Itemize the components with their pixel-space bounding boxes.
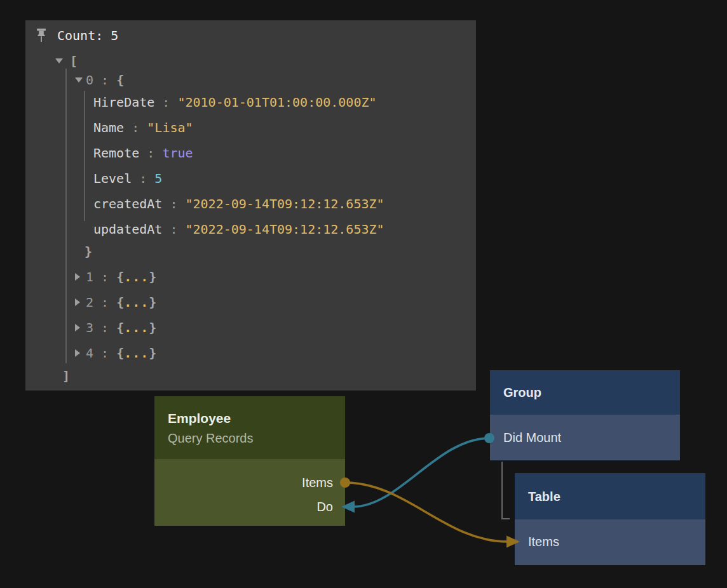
debug-inspector-panel: Count: 5 [ 0 : { HireDate : "2010-01-01T… bbox=[25, 20, 476, 391]
port-did-mount[interactable]: Did Mount bbox=[503, 431, 561, 445]
tree-row-field-name: Name : "Lisa" bbox=[93, 120, 193, 135]
tree-row-object-1[interactable]: 1 : {...} bbox=[75, 269, 156, 284]
indent-guide bbox=[65, 69, 67, 363]
pin-icon[interactable] bbox=[35, 28, 48, 44]
hierarchy-link-group-table bbox=[502, 462, 510, 519]
tree-row-object-0[interactable]: 0 : { bbox=[75, 72, 124, 88]
tree-row-field-level: Level : 5 bbox=[93, 171, 162, 186]
port-do-input[interactable]: Do bbox=[316, 500, 333, 514]
chevron-down-icon[interactable] bbox=[55, 58, 70, 63]
chevron-down-icon[interactable] bbox=[75, 77, 86, 83]
inspector-title: Count: 5 bbox=[57, 28, 118, 43]
port-items-input[interactable]: Items bbox=[528, 535, 559, 549]
chevron-right-icon[interactable] bbox=[75, 324, 86, 331]
chevron-right-icon[interactable] bbox=[75, 298, 86, 306]
port-items-output[interactable]: Items bbox=[302, 476, 333, 490]
tree-row-array-close: ] bbox=[62, 368, 70, 384]
tree-row-object-3[interactable]: 3 : {...} bbox=[75, 320, 156, 335]
node-header: Employee Query Records bbox=[154, 396, 345, 459]
tree-row-field-createdat: createdAt : "2022-09-14T09:12:12.653Z" bbox=[93, 196, 384, 211]
node-header: Table bbox=[515, 473, 705, 519]
tree-row-field-updatedat: updatedAt : "2022-09-14T09:12:12.653Z" bbox=[93, 222, 384, 237]
wire-items-to-items[interactable] bbox=[345, 483, 508, 542]
node-body: Items Do bbox=[154, 459, 345, 526]
tree-row-object-4[interactable]: 4 : {...} bbox=[75, 345, 156, 361]
flow-canvas[interactable]: Count: 5 [ 0 : { HireDate : "2010-01-01T… bbox=[0, 0, 727, 588]
node-title: Group bbox=[503, 385, 541, 400]
tree-row-field-hiredate: HireDate : "2010-01-01T01:00:00.000Z" bbox=[93, 95, 377, 110]
tree-row-object-2[interactable]: 2 : {...} bbox=[75, 295, 156, 310]
wire-didmount-to-do[interactable] bbox=[353, 438, 489, 507]
tree-row-object-0-close: } bbox=[85, 244, 92, 259]
tree-row-field-remote: Remote : true bbox=[93, 145, 193, 161]
node-body: Did Mount bbox=[490, 415, 680, 460]
node-subtitle: Query Records bbox=[168, 431, 254, 446]
indent-guide bbox=[84, 91, 85, 221]
tree-row-array-open[interactable]: [ bbox=[55, 53, 78, 69]
node-group[interactable]: Group Did Mount bbox=[490, 370, 680, 460]
node-header: Group bbox=[490, 370, 680, 415]
node-employee-query-records[interactable]: Employee Query Records Items Do bbox=[154, 396, 345, 526]
node-title: Table bbox=[528, 489, 561, 504]
chevron-right-icon[interactable] bbox=[75, 349, 86, 357]
node-title: Employee bbox=[168, 411, 231, 426]
node-table[interactable]: Table Items bbox=[515, 473, 705, 565]
chevron-right-icon[interactable] bbox=[75, 273, 86, 281]
node-body: Items bbox=[515, 519, 705, 565]
